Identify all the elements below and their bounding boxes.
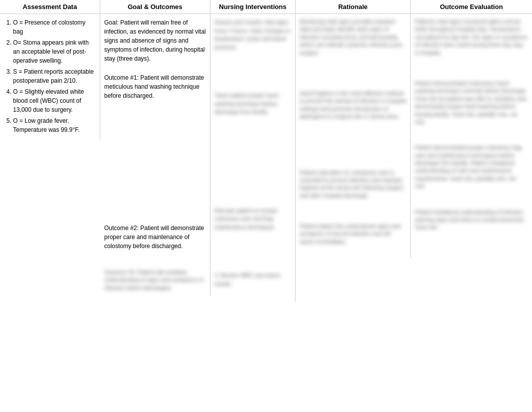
header-assessment: Assessment Data: [0, 0, 100, 14]
rationale-block-3: Patient education on colostomy care is e…: [300, 169, 406, 200]
nursing-text-1: Assess and monitor vital signs every 4 h…: [214, 18, 291, 51]
assessment-cell: O = Presence of colostomy bag O= Stoma a…: [0, 14, 100, 140]
nursing-cell: Assess and monitor vital signs every 4 h…: [210, 14, 296, 302]
header-rationale: Rationale: [296, 0, 411, 14]
nursing-block-1: Assess and monitor vital signs every 4 h…: [214, 18, 291, 51]
nursing-block-2: Teach patient proper hand washing techni…: [214, 91, 291, 116]
nursing-text-2: Teach patient proper hand washing techni…: [214, 91, 291, 116]
main-content-row: O = Presence of colostomy bag O= Stoma a…: [0, 14, 532, 412]
rationale-block-4: Patient stated she understands signs and…: [300, 223, 406, 246]
goal-cell: Goal: Patient will remain free of infect…: [100, 14, 210, 296]
rationale-block-1: Monitoring vital signs provides baseline…: [300, 18, 406, 57]
list-item: O = Low grade fever. Temperature was 99.…: [13, 116, 96, 134]
rationale-text-1: Monitoring vital signs provides baseline…: [300, 18, 406, 57]
outcome-eval-text-2: Patient demonstrated meticulous hand was…: [415, 80, 528, 126]
outcome-1-title: Outcome #1: Patient will demonstrate met…: [104, 73, 206, 100]
goal-main-text: Goal: Patient will remain free of infect…: [104, 18, 206, 63]
assessment-list: O = Presence of colostomy bag O= Stoma a…: [4, 18, 96, 134]
outcome-eval-block-3: Patient demonstrated proper colostomy ba…: [415, 144, 528, 190]
rationale-block-2: Hand hygiene is the most effective metho…: [300, 90, 406, 121]
header-outcome-eval: Outcome Evaluation: [411, 0, 532, 14]
outcome-eval-block-2: Patient demonstrated meticulous hand was…: [415, 80, 528, 126]
nursing-block-4: 3. Monitor WBC and report results.: [214, 271, 291, 288]
nursing-text-4: 3. Monitor WBC and report results.: [214, 271, 291, 288]
rationale-cell: Monitoring vital signs provides baseline…: [296, 14, 411, 258]
list-item: S = Patient reports acceptable postopera…: [13, 67, 96, 85]
nursing-text-3: Educate patient on proper colostomy care…: [214, 207, 291, 232]
outcome-1-block: Outcome #1: Patient will demonstrate met…: [104, 73, 206, 100]
goal-outcome-3-blurred: Outcome #3: Patient will verbalize under…: [104, 269, 206, 292]
header-nursing: Nursing Interventions: [210, 0, 296, 14]
outcome-2-title: Outcome #2: Patient will demonstrate pro…: [104, 224, 206, 251]
nursing-block-3: Educate patient on proper colostomy care…: [214, 207, 291, 232]
rationale-text-3: Patient education on colostomy care is e…: [300, 169, 406, 200]
outcome-eval-block-1: Patient's vital signs remained within no…: [415, 18, 528, 57]
outcome-eval-block-4: Patient verbalized understanding of infe…: [415, 209, 528, 232]
outcome-eval-cell: Patient's vital signs remained within no…: [411, 14, 532, 244]
list-item: O= Stoma appears pink with an acceptable…: [13, 38, 96, 65]
table-header: Assessment Data Goal & Outcomes Nursing …: [0, 0, 532, 14]
outcome-eval-text-4: Patient verbalized understanding of infe…: [415, 209, 528, 232]
outcome-eval-text-3: Patient demonstrated proper colostomy ba…: [415, 144, 528, 190]
list-item: O = Presence of colostomy bag: [13, 18, 96, 36]
outcome-2-block: Outcome #2: Patient will demonstrate pro…: [104, 224, 206, 251]
list-item: O = Slightly elevated white blood cell (…: [13, 87, 96, 114]
header-goal: Goal & Outcomes: [100, 0, 210, 14]
rationale-text-2: Hand hygiene is the most effective metho…: [300, 90, 406, 121]
rationale-text-4: Patient stated she understands signs and…: [300, 223, 406, 246]
outcome-eval-text-1: Patient's vital signs remained within no…: [415, 18, 528, 57]
